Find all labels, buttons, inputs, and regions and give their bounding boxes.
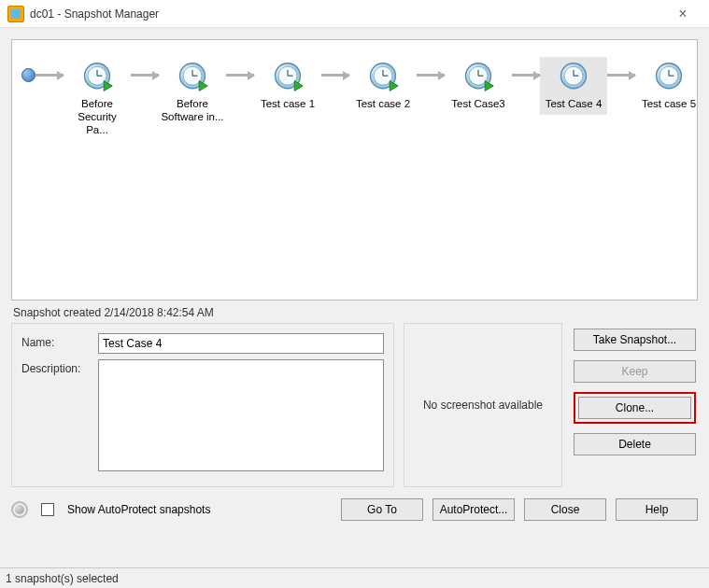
dialog-content: Before Security Pa...Before Software in.… bbox=[0, 28, 709, 560]
clock-icon bbox=[80, 61, 114, 94]
clock-icon bbox=[461, 61, 495, 94]
no-screenshot-text: No screenshot available bbox=[423, 399, 543, 412]
name-input[interactable] bbox=[98, 333, 384, 354]
snapshot-tree-panel[interactable]: Before Security Pa...Before Software in.… bbox=[11, 39, 698, 301]
details-form: Name: Description: bbox=[11, 323, 394, 487]
arrow-icon bbox=[131, 57, 159, 93]
take-snapshot-button[interactable]: Take Snapshot... bbox=[574, 329, 696, 351]
go-to-button[interactable]: Go To bbox=[341, 498, 423, 521]
autoprotect-icon bbox=[11, 501, 28, 518]
description-label: Description: bbox=[21, 359, 98, 375]
snapshot-label: Test Case 4 bbox=[546, 98, 603, 111]
arrow-icon bbox=[512, 57, 540, 93]
keep-button: Keep bbox=[574, 360, 696, 383]
titlebar: dc01 - Snapshot Manager × bbox=[0, 0, 709, 28]
snapshot-label: Test case 1 bbox=[261, 98, 315, 111]
arrow-icon bbox=[226, 57, 254, 93]
arrow-icon bbox=[35, 57, 64, 93]
app-icon bbox=[7, 6, 24, 22]
clock-icon bbox=[557, 61, 590, 94]
name-label: Name: bbox=[21, 333, 98, 349]
snapshot-label: Test case 2 bbox=[356, 98, 410, 111]
screenshot-panel: No screenshot available bbox=[404, 323, 562, 487]
clock-icon bbox=[176, 61, 209, 94]
snapshot-node[interactable]: Test case 5 bbox=[635, 57, 698, 115]
snapshot-label: Before Security Pa... bbox=[65, 98, 129, 136]
snapshot-label: Test case 5 bbox=[642, 98, 696, 111]
bottom-row: Show AutoProtect snapshots Go To AutoPro… bbox=[11, 498, 698, 521]
snapshot-node[interactable]: Test case 2 bbox=[349, 57, 417, 115]
status-text: 1 snapshot(s) selected bbox=[6, 572, 119, 585]
snapshot-node[interactable]: Before Security Pa... bbox=[64, 57, 131, 140]
clone-highlight: Clone... bbox=[574, 392, 696, 424]
close-button[interactable]: Close bbox=[524, 498, 606, 521]
snapshot-timeline: Before Security Pa...Before Software in.… bbox=[12, 40, 697, 144]
arrow-icon bbox=[321, 57, 349, 93]
action-buttons: Take Snapshot... Keep Clone... Delete bbox=[572, 323, 698, 487]
snapshot-label: Before Software in... bbox=[161, 98, 224, 124]
close-icon[interactable]: × bbox=[664, 6, 702, 22]
delete-button[interactable]: Delete bbox=[574, 433, 696, 455]
snapshot-node[interactable]: Test Case3 bbox=[445, 57, 512, 115]
autoprotect-checkbox-label[interactable]: Show AutoProtect snapshots bbox=[67, 503, 210, 516]
help-button[interactable]: Help bbox=[616, 498, 698, 521]
snapshot-node[interactable]: Test case 1 bbox=[254, 57, 321, 115]
timeline-start-dot bbox=[21, 68, 35, 82]
snapshot-node[interactable]: Test Case 4 bbox=[540, 57, 607, 115]
arrow-icon bbox=[417, 57, 445, 93]
clock-icon bbox=[652, 61, 686, 94]
clock-icon bbox=[366, 61, 400, 94]
window-title: dc01 - Snapshot Manager bbox=[30, 7, 159, 21]
snapshot-node[interactable]: Before Software in... bbox=[159, 57, 226, 128]
autoprotect-checkbox[interactable] bbox=[41, 503, 54, 516]
snapshot-created-label: Snapshot created 2/14/2018 8:42:54 AM bbox=[11, 301, 698, 321]
autoprotect-button[interactable]: AutoProtect... bbox=[432, 498, 515, 521]
details-row: Name: Description: No screenshot availab… bbox=[11, 323, 698, 487]
snapshot-label: Test Case3 bbox=[451, 98, 505, 111]
description-textarea[interactable] bbox=[98, 359, 384, 471]
status-bar: 1 snapshot(s) selected bbox=[0, 567, 709, 588]
arrow-icon bbox=[607, 57, 635, 93]
clock-icon bbox=[271, 61, 305, 94]
clone-button[interactable]: Clone... bbox=[578, 397, 691, 419]
